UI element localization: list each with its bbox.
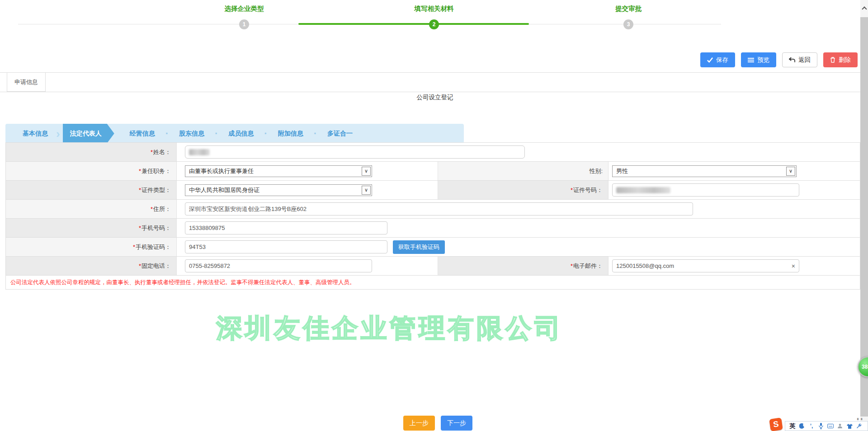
chevron-separator-icon: › — [56, 129, 60, 138]
id-type-field-cell: 中华人民共和国居民身份证 ∨ — [177, 181, 438, 199]
address-label: * 住所： — [6, 200, 177, 218]
tab-basic-info[interactable]: 基本信息 — [21, 130, 50, 138]
legal-representative-form: * 姓名： * 兼任职务： 由董事长或执行董事兼任 ∨ 性别: — [5, 142, 860, 290]
clear-email-icon[interactable]: × — [792, 262, 795, 270]
required-mark: * — [133, 244, 135, 250]
name-input[interactable] — [185, 145, 525, 159]
punctuation-icon[interactable]: ’, — [808, 422, 815, 430]
tab-business-info[interactable]: 经营信息 — [128, 130, 157, 138]
ime-language-toggle[interactable]: 英 — [789, 422, 796, 430]
required-mark: * — [139, 225, 141, 231]
company-watermark: 深圳友佳企业管理有限公司 — [216, 311, 563, 346]
id-number-field-cell — [609, 181, 860, 199]
form-row-sms-code: * 手机验证码： 获取手机验证码 — [6, 238, 860, 257]
form-row-mobile: * 手机号码： — [6, 219, 860, 238]
email-input[interactable] — [612, 259, 799, 272]
delete-button[interactable]: 删除 — [823, 52, 858, 67]
step-circle-1: 1 — [239, 19, 249, 29]
ime-resize-ticks: ▖▖ — [857, 416, 864, 420]
dot-separator-icon: · — [264, 128, 267, 140]
check-icon — [707, 57, 713, 63]
address-field-cell — [177, 200, 860, 218]
tab-multi-cert[interactable]: 多证合一 — [326, 130, 354, 138]
notification-badge[interactable]: 38 — [858, 356, 868, 377]
legal-representative-note: 公司法定代表人依照公司章程的规定，由董事长、执行董事或者经理担任，并依法登记。监… — [6, 276, 860, 290]
select-arrow-icon: ∨ — [362, 186, 371, 195]
get-sms-code-button[interactable]: 获取手机验证码 — [393, 240, 445, 254]
step-label-fill-materials: 填写相关材料 — [415, 5, 454, 13]
select-arrow-icon: ∨ — [786, 167, 795, 176]
required-mark: * — [151, 149, 153, 155]
tab-member-info[interactable]: 成员信息 — [226, 130, 255, 138]
address-input[interactable] — [185, 202, 693, 216]
tab-application-info[interactable]: 申请信息 — [7, 72, 46, 92]
required-mark: * — [139, 187, 141, 193]
mobile-label: * 手机号码： — [6, 219, 177, 237]
required-mark: * — [571, 187, 573, 193]
email-label: * 电子邮件： — [438, 257, 609, 275]
required-mark: * — [571, 262, 573, 269]
landline-input[interactable] — [185, 259, 372, 272]
dot-separator-icon: · — [165, 128, 169, 140]
redacted-name-value — [189, 149, 210, 155]
page-title: 公司设立登记 — [417, 94, 453, 102]
tab-additional-info[interactable]: 附加信息 — [276, 130, 305, 138]
previous-step-button[interactable]: 上一步 — [403, 416, 435, 431]
id-number-input[interactable] — [612, 183, 799, 197]
sms-code-field-cell: 获取手机验证码 — [177, 238, 860, 256]
moon-icon[interactable] — [798, 422, 806, 430]
sogou-logo-icon[interactable]: S — [769, 417, 783, 431]
dot-separator-icon: · — [314, 128, 317, 140]
form-row-position-gender: * 兼任职务： 由董事长或执行董事兼任 ∨ 性别: 男性 ∨ — [6, 162, 860, 181]
wrench-icon[interactable] — [855, 422, 863, 430]
position-select[interactable]: 由董事长或执行董事兼任 ∨ — [185, 165, 372, 177]
tab-shareholder-info[interactable]: 股东信息 — [177, 130, 206, 138]
select-arrow-icon: ∨ — [362, 167, 371, 176]
id-type-label: * 证件类型： — [6, 181, 177, 199]
step-label-submit-review: 提交审批 — [615, 5, 642, 13]
landline-field-cell — [177, 257, 438, 275]
mobile-field-cell — [177, 219, 860, 237]
id-type-select[interactable]: 中华人民共和国居民身份证 ∨ — [185, 184, 372, 196]
list-icon — [748, 57, 754, 63]
step-circle-3: 3 — [623, 19, 633, 29]
user-icon[interactable] — [836, 422, 844, 430]
redacted-id-number-value — [616, 187, 670, 193]
name-field-cell — [177, 143, 860, 161]
ime-toolbar: 英 ’, — [785, 421, 868, 431]
tabbar-bottom-border — [0, 92, 868, 92]
required-mark: * — [151, 206, 153, 212]
form-row-address: * 住所： — [6, 200, 860, 219]
next-step-button[interactable]: 下一步 — [441, 416, 472, 431]
trash-icon — [830, 57, 835, 63]
keyboard-icon[interactable] — [827, 422, 834, 430]
preview-button[interactable]: 预览 — [741, 52, 776, 67]
name-label: * 姓名： — [6, 143, 177, 161]
toolbar: 保存 预览 返回 删除 — [700, 52, 858, 67]
tab-legal-representative[interactable]: 法定代表人 — [63, 124, 114, 143]
email-field-cell: × — [609, 257, 860, 275]
position-label: * 兼任职务： — [6, 162, 177, 180]
stepper-progress — [298, 23, 529, 25]
sms-code-label: * 手机验证码： — [6, 238, 177, 256]
return-arrow-icon — [789, 57, 795, 63]
gender-label: 性别: — [438, 162, 609, 180]
id-number-label: * 证件号码： — [438, 181, 609, 199]
gender-select[interactable]: 男性 ∨ — [612, 165, 797, 177]
dot-separator-icon: · — [215, 128, 218, 140]
form-row-name: * 姓名： — [6, 143, 860, 162]
back-button[interactable]: 返回 — [782, 52, 817, 67]
sms-code-input[interactable] — [185, 240, 387, 253]
step-circle-2: 2 — [429, 19, 439, 29]
gender-field-cell: 男性 ∨ — [609, 162, 860, 180]
save-button[interactable]: 保存 — [700, 52, 735, 67]
position-field-cell: 由董事长或执行董事兼任 ∨ — [177, 162, 438, 180]
required-mark: * — [139, 262, 141, 269]
landline-label: * 固定电话： — [6, 257, 177, 275]
microphone-icon[interactable] — [817, 422, 825, 430]
required-mark: * — [139, 168, 141, 174]
skin-shirt-icon[interactable] — [846, 422, 853, 430]
form-row-idtype-idnumber: * 证件类型： 中华人民共和国居民身份证 ∨ * 证件号码： — [6, 181, 860, 200]
step-label-choose-type: 选择企业类型 — [225, 5, 264, 13]
mobile-input[interactable] — [185, 221, 387, 234]
